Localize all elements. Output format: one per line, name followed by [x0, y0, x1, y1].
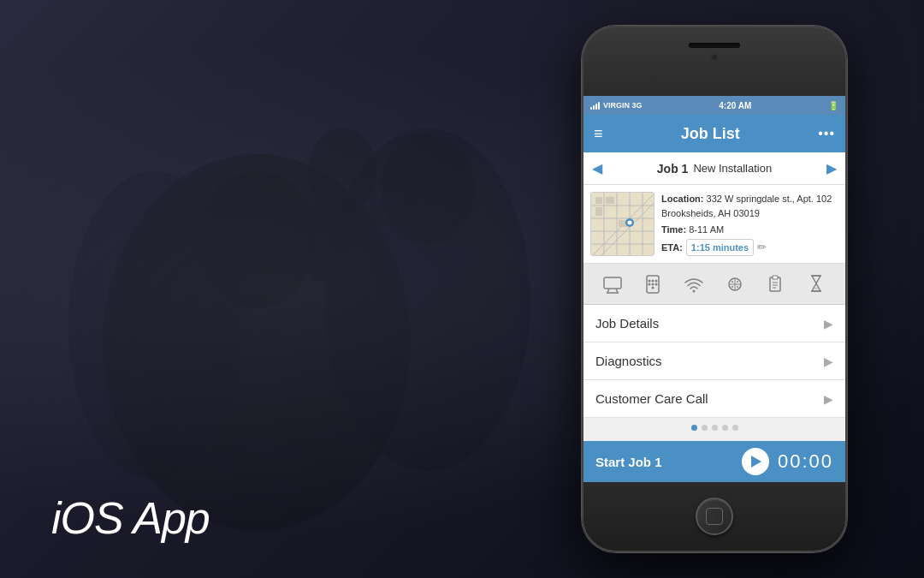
menu-item-customer-care-label: Customer Care Call: [595, 391, 708, 406]
timer-toolbar-icon[interactable]: [801, 269, 832, 300]
status-left: VIRGIN 3G: [590, 101, 643, 110]
page-dot-2[interactable]: [702, 425, 708, 431]
svg-point-31: [655, 279, 658, 282]
app-screen: ≡ Job List ••• ◀ Job 1 New Installation …: [583, 115, 845, 482]
wifi-toolbar-icon[interactable]: [678, 269, 709, 300]
action-bar: Start Job 1 00:00: [583, 441, 845, 482]
job-prev-button[interactable]: ◀: [592, 160, 602, 176]
svg-rect-45: [773, 276, 778, 279]
phone-speaker: [689, 43, 740, 48]
job-details-text: Location: 332 W springdale st., Apt. 102…: [661, 192, 838, 256]
menu-item-job-details-arrow: ▶: [824, 317, 833, 331]
page-dot-4[interactable]: [722, 425, 728, 431]
eta-edit-icon[interactable]: ✏: [757, 239, 767, 256]
phone-top: [583, 27, 845, 96]
signal-bars: [590, 101, 600, 110]
eta-label: ETA:: [661, 241, 683, 255]
page-dot-3[interactable]: [712, 425, 718, 431]
job-next-button[interactable]: ▶: [826, 160, 837, 176]
keypad-toolbar-icon[interactable]: [637, 269, 668, 300]
svg-point-40: [732, 281, 733, 283]
job-map: [590, 192, 654, 256]
play-button[interactable]: [742, 448, 769, 475]
action-timer: 00:00: [778, 450, 833, 473]
signal-bar-3: [595, 104, 597, 110]
phone-camera: [710, 53, 719, 62]
page-dots: [583, 418, 845, 438]
tools-toolbar-icon[interactable]: [720, 269, 750, 300]
signal-bar-2: [593, 105, 595, 110]
menu-button[interactable]: ≡: [594, 125, 603, 143]
signal-bar-4: [598, 102, 600, 110]
svg-point-32: [649, 283, 651, 285]
menu-item-job-details[interactable]: Job Details ▶: [583, 305, 845, 343]
carrier-label: VIRGIN 3G: [603, 101, 643, 110]
location-label: Location:: [661, 194, 704, 204]
svg-point-6: [68, 171, 240, 480]
home-button-icon: [706, 508, 723, 525]
menu-item-diagnostics-label: Diagnostics: [595, 354, 662, 368]
menu-item-diagnostics-arrow: ▶: [824, 355, 833, 368]
page-dot-5[interactable]: [732, 425, 738, 431]
phone-bottom: [583, 482, 845, 551]
power-button: [845, 130, 847, 173]
menu-item-customer-care[interactable]: Customer Care Call ▶: [583, 380, 845, 418]
app-header: ≡ Job List •••: [583, 115, 845, 152]
map-svg: [591, 193, 654, 256]
phone-device: VIRGIN 3G 4:20 AM 🔋 ≡ Job List ••• ◀ Job…: [582, 26, 847, 552]
app-title: Job List: [681, 125, 740, 143]
tv-toolbar-icon[interactable]: [597, 269, 628, 300]
menu-item-customer-care-arrow: ▶: [824, 392, 833, 406]
svg-point-35: [652, 286, 654, 289]
svg-point-5: [381, 133, 475, 244]
job-nav-bar: ◀ Job 1 New Installation ▶: [583, 152, 845, 185]
time-value: 8-11 AM: [689, 224, 724, 235]
home-button[interactable]: [696, 498, 733, 535]
time-label: Time:: [661, 224, 686, 235]
svg-point-30: [652, 279, 654, 282]
phone-body: VIRGIN 3G 4:20 AM 🔋 ≡ Job List ••• ◀ Job…: [582, 26, 847, 552]
ios-app-label: iOS App: [51, 492, 210, 544]
svg-point-36: [693, 289, 696, 292]
svg-point-41: [737, 281, 738, 283]
signal-bar-1: [590, 107, 592, 110]
battery-icon: 🔋: [828, 101, 838, 110]
menu-item-job-details-label: Job Details: [595, 316, 659, 331]
svg-point-33: [652, 283, 654, 285]
time-display: 4:20 AM: [719, 101, 751, 110]
job-nav-center: Job 1 New Installation: [657, 162, 772, 176]
svg-rect-20: [595, 207, 602, 216]
svg-point-29: [649, 279, 651, 282]
job-card: Location: 332 W springdale st., Apt. 102…: [583, 185, 845, 264]
job-type: New Installation: [693, 162, 772, 175]
job-label: Job 1: [657, 162, 689, 176]
menu-list: Job Details ▶ Diagnostics ▶ Customer Car…: [583, 305, 845, 418]
svg-point-42: [732, 286, 733, 288]
action-bar-label: Start Job 1: [595, 455, 733, 469]
page-dot-1[interactable]: [691, 425, 697, 431]
svg-point-34: [655, 283, 658, 285]
svg-rect-24: [604, 277, 621, 289]
eta-value: 1:15 minutes: [686, 239, 754, 257]
status-bar: VIRGIN 3G 4:20 AM 🔋: [583, 96, 845, 115]
clipboard-toolbar-icon[interactable]: [760, 269, 791, 300]
more-button[interactable]: •••: [818, 126, 835, 141]
menu-item-diagnostics[interactable]: Diagnostics ▶: [583, 343, 845, 380]
svg-rect-18: [595, 197, 602, 204]
svg-point-23: [628, 221, 632, 225]
play-icon: [751, 456, 761, 468]
svg-point-43: [737, 286, 738, 288]
svg-rect-19: [606, 197, 614, 204]
icons-toolbar: [583, 264, 845, 305]
